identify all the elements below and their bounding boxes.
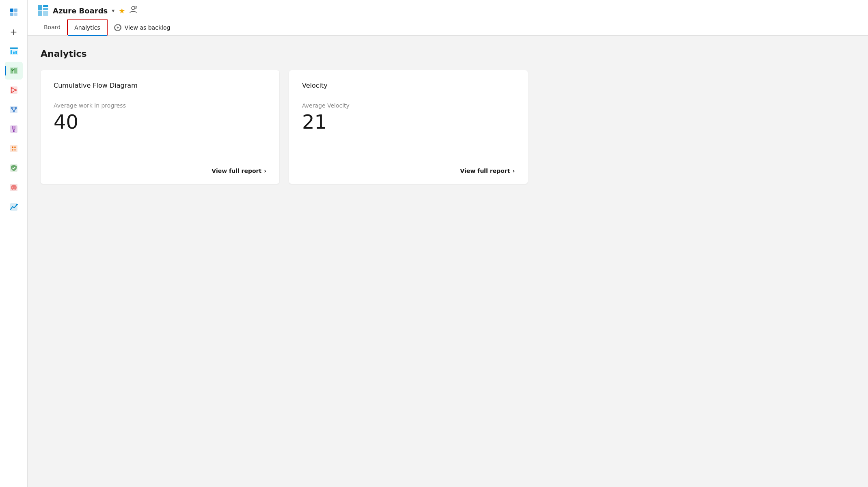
home-icon[interactable] xyxy=(5,3,23,21)
cumulative-flow-card: Cumulative Flow Diagram Average work in … xyxy=(41,70,279,184)
boards-icon[interactable] xyxy=(5,42,23,60)
svg-point-30 xyxy=(12,187,13,187)
analytics-cards-grid: Cumulative Flow Diagram Average work in … xyxy=(41,70,528,184)
favorite-icon[interactable]: ★ xyxy=(119,6,125,15)
main-content: Azure Boards ▾ ★ + Board Analytics xyxy=(28,0,868,487)
svg-rect-25 xyxy=(12,149,13,151)
tab-board[interactable]: Board xyxy=(37,20,67,35)
svg-text:+: + xyxy=(135,6,136,9)
svg-rect-23 xyxy=(12,147,13,148)
analytics-bottom-icon[interactable] xyxy=(5,198,23,216)
svg-rect-35 xyxy=(43,5,48,7)
svg-rect-24 xyxy=(14,147,16,148)
kanban-icon[interactable] xyxy=(5,62,23,80)
artifacts-icon[interactable] xyxy=(5,140,23,157)
tab-analytics[interactable]: Analytics xyxy=(67,19,108,36)
svg-rect-0 xyxy=(10,9,13,12)
svg-rect-4 xyxy=(10,47,18,49)
cfd-metric-value: 40 xyxy=(54,112,266,153)
velocity-card-title: Velocity xyxy=(302,82,515,89)
svg-rect-37 xyxy=(43,8,48,10)
repos-icon[interactable] xyxy=(5,81,23,99)
cfd-metric-label: Average work in progress xyxy=(54,102,266,109)
security-icon[interactable] xyxy=(5,159,23,177)
svg-point-33 xyxy=(16,204,18,205)
velocity-chevron-right-icon: › xyxy=(512,168,515,174)
app-title: Azure Boards xyxy=(53,6,108,15)
svg-point-31 xyxy=(15,187,15,187)
velocity-metric-label: Average Velocity xyxy=(302,102,515,109)
svg-rect-22 xyxy=(10,145,17,152)
velocity-view-full-report-link[interactable]: View full report › xyxy=(460,168,515,174)
svg-rect-7 xyxy=(13,52,15,54)
svg-rect-2 xyxy=(10,13,13,16)
pipelines-icon[interactable] xyxy=(5,101,23,119)
svg-rect-1 xyxy=(14,9,17,12)
testplans-icon[interactable] xyxy=(5,120,23,138)
svg-point-15 xyxy=(15,89,17,91)
nav-tabs: Board Analytics View as backlog xyxy=(37,19,858,35)
velocity-metric-value: 21 xyxy=(302,112,515,153)
cfd-chevron-right-icon: › xyxy=(264,168,266,174)
header-top: Azure Boards ▾ ★ + xyxy=(37,5,858,19)
person-icon[interactable]: + xyxy=(129,6,137,15)
svg-rect-3 xyxy=(14,13,17,16)
svg-point-13 xyxy=(11,87,13,89)
velocity-card-footer: View full report › xyxy=(302,163,515,174)
view-as-backlog-button[interactable]: View as backlog xyxy=(108,20,177,35)
svg-point-14 xyxy=(11,91,13,93)
velocity-card: Velocity Average Velocity 21 View full r… xyxy=(289,70,528,184)
svg-rect-8 xyxy=(15,51,17,54)
svg-point-18 xyxy=(15,107,17,109)
plus-icon[interactable]: + xyxy=(5,23,23,41)
svg-rect-6 xyxy=(11,50,12,54)
view-backlog-icon xyxy=(114,24,121,31)
svg-point-17 xyxy=(11,107,13,109)
sidebar: + xyxy=(0,0,28,487)
svg-point-21 xyxy=(13,130,15,132)
feedback-icon[interactable] xyxy=(5,179,23,196)
page-title: Analytics xyxy=(41,49,855,59)
svg-rect-36 xyxy=(38,11,42,16)
svg-rect-38 xyxy=(43,11,48,16)
cfd-view-full-report-link[interactable]: View full report › xyxy=(212,168,266,174)
cfd-card-footer: View full report › xyxy=(54,163,266,174)
content-area: Analytics Cumulative Flow Diagram Averag… xyxy=(28,36,868,197)
azure-boards-icon xyxy=(37,5,49,16)
svg-rect-34 xyxy=(38,5,42,10)
svg-rect-26 xyxy=(14,149,16,151)
title-chevron-icon[interactable]: ▾ xyxy=(112,7,114,14)
header: Azure Boards ▾ ★ + Board Analytics xyxy=(28,0,868,36)
cfd-card-title: Cumulative Flow Diagram xyxy=(54,82,266,89)
